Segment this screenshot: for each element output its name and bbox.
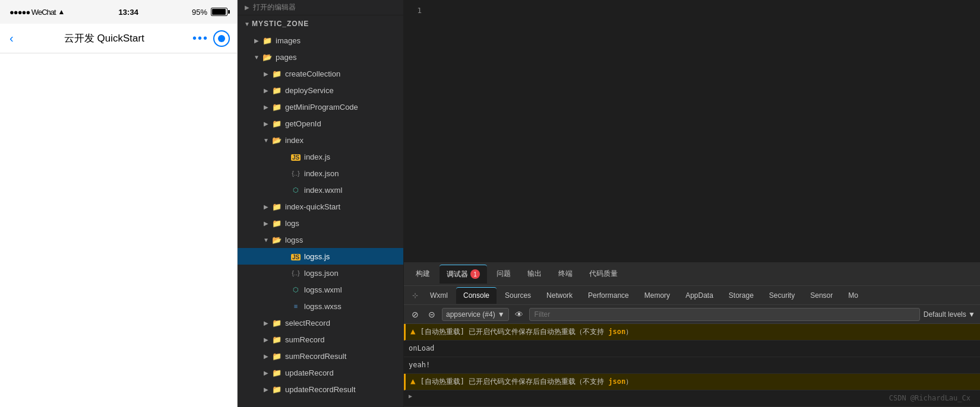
tree-item-index-quickstart[interactable]: ▶ 📁 index-quickStart — [238, 198, 403, 215]
folder-icon: 📁 — [261, 36, 273, 45]
devtools-inner-tabs: ⊹ Wxml Console Sources Network Performan… — [404, 286, 980, 305]
js-icon: JS — [290, 152, 302, 161]
tree-item-logs[interactable]: ▶ 📁 logs — [238, 215, 403, 231]
inner-tab-network[interactable]: Network — [539, 287, 580, 304]
wxss-icon: ≡ — [290, 303, 302, 310]
file-name: index.wxml — [304, 186, 342, 195]
console-line: yeah! — [404, 357, 980, 374]
folder-arrow-icon: ▶ — [261, 120, 271, 127]
inner-tab-security[interactable]: Security — [762, 287, 802, 304]
inner-tab-storage[interactable]: Storage — [722, 287, 761, 304]
tree-item-getminiprogramcode[interactable]: ▶ 📁 getMiniProgramCode — [238, 98, 403, 115]
inner-tab-sources[interactable]: Sources — [498, 287, 538, 304]
tree-item-index-js[interactable]: ▶ JS index.js — [238, 148, 403, 165]
folder-icon: 📁 — [271, 219, 283, 228]
tab-label: Wxml — [430, 291, 448, 300]
file-name: logss — [285, 236, 303, 244]
inner-tab-more[interactable]: Mo — [841, 287, 865, 304]
wxml-icon: ⬡ — [290, 286, 302, 294]
open-files-section[interactable]: ▶ 打开的编辑器 — [238, 0, 403, 15]
tree-item-logss[interactable]: ▼ 📂 logss — [238, 231, 403, 248]
folder-arrow-icon: ▶ — [261, 220, 271, 227]
tab-label: 代码质量 — [589, 269, 618, 279]
arrow-icon: ▶ — [245, 4, 249, 11]
tree-item-logss-wxml[interactable]: ▶ ⬡ logss.wxml — [238, 281, 403, 298]
tab-build[interactable]: 构建 — [409, 265, 437, 284]
levels-dropdown[interactable]: Default levels ▼ — [924, 310, 975, 319]
inner-tab-console[interactable]: Console — [456, 287, 497, 304]
record-button[interactable] — [213, 30, 230, 47]
carrier-dots: ●●●●● WeChat — [10, 8, 56, 17]
tab-terminal[interactable]: 终端 — [551, 265, 580, 284]
phone-content — [0, 53, 237, 407]
tree-item-index[interactable]: ▼ 📂 index — [238, 132, 403, 148]
tab-debugger[interactable]: 调试器 1 — [440, 265, 487, 284]
appservice-label: appservice (#4) — [446, 310, 495, 319]
file-name: images — [276, 36, 301, 45]
inner-tab-appdata[interactable]: AppData — [678, 287, 720, 304]
filter-input[interactable] — [529, 308, 920, 321]
console-output: ▲ [自动热重载] 已开启代码文件保存后自动热重载（不支持 json） onLo… — [404, 324, 980, 407]
inner-tab-memory[interactable]: Memory — [637, 287, 677, 304]
tab-output[interactable]: 输出 — [520, 265, 549, 284]
folder-icon: 📁 — [271, 335, 283, 344]
console-text: onLoad — [409, 343, 975, 354]
file-name: logss.json — [304, 269, 339, 278]
battery-pct: 95% — [192, 8, 207, 17]
tree-item-logss-wxss[interactable]: ▶ ≡ logss.wxss — [238, 298, 403, 314]
console-line: ▲ [自动热重载] 已开启代码文件保存后自动热重载（不支持 json） — [404, 374, 980, 390]
folder-arrow-icon: ▼ — [261, 237, 271, 243]
cursor-tool-button[interactable]: ⊹ — [409, 289, 422, 302]
tree-item-logss-json[interactable]: ▶ {..} logss.json — [238, 265, 403, 281]
tree-item-sumrecord[interactable]: ▶ 📁 sumRecord — [238, 331, 403, 348]
tab-label: 输出 — [527, 269, 542, 279]
tree-item-images[interactable]: ▶ 📁 images — [238, 32, 403, 49]
wxml-icon: ⬡ — [290, 186, 302, 194]
folder-icon: 📁 — [271, 69, 283, 78]
folder-arrow-icon: ▶ — [261, 71, 271, 77]
tree-item-deployservice[interactable]: ▶ 📁 deployService — [238, 82, 403, 98]
wifi-icon: ▲ — [58, 8, 65, 16]
open-files-label: 打开的编辑器 — [253, 2, 296, 12]
eye-button[interactable]: 👁 — [513, 308, 526, 321]
file-name: index-quickStart — [285, 202, 340, 211]
clear-console-button[interactable]: ⊘ — [409, 308, 422, 321]
tree-item-logss-js[interactable]: ▶ JS logss.js — [238, 248, 403, 265]
inner-tab-wxml[interactable]: Wxml — [423, 287, 455, 304]
folder-arrow-icon: ▼ — [252, 54, 261, 61]
devtools-panel: 构建 调试器 1 问题 输出 终端 代码质量 ⊹ Wxml — [404, 262, 980, 407]
file-name: deployService — [285, 86, 334, 95]
tab-codequality[interactable]: 代码质量 — [582, 265, 625, 284]
code-editor: 1 — [404, 0, 980, 262]
watermark: CSDN @RichardLau_Cx — [889, 394, 970, 402]
json-keyword: json — [608, 377, 625, 386]
tree-item-getopenid[interactable]: ▶ 📁 getOpenId — [238, 115, 403, 132]
block-button[interactable]: ⊝ — [425, 308, 438, 321]
tree-item-index-json[interactable]: ▶ {..} index.json — [238, 165, 403, 182]
tree-item-createcollection[interactable]: ▶ 📁 createCollection — [238, 65, 403, 82]
record-inner — [218, 35, 225, 42]
tree-item-selectrecord[interactable]: ▶ 📁 selectRecord — [238, 314, 403, 331]
console-toolbar: ⊘ ⊝ appservice (#4) ▼ 👁 Default levels ▼ — [404, 305, 980, 324]
tree-item-pages[interactable]: ▼ 📂 pages — [238, 49, 403, 65]
nav-dots-button[interactable]: ••• — [192, 31, 208, 45]
tab-label: Sensor — [810, 291, 833, 300]
status-bar: ●●●●● WeChat ▲ 13:34 95% — [0, 0, 237, 24]
tree-item-sumrecordresult[interactable]: ▶ 📁 sumRecordResult — [238, 348, 403, 364]
inner-tab-performance[interactable]: Performance — [581, 287, 636, 304]
status-right: 95% — [192, 8, 227, 17]
tab-label: Sources — [505, 291, 531, 300]
tree-item-index-wxml[interactable]: ▶ ⬡ index.wxml — [238, 182, 403, 198]
dropdown-arrow-icon: ▼ — [498, 310, 505, 319]
tab-label: Security — [769, 291, 795, 300]
back-button[interactable]: ‹ — [7, 29, 16, 47]
tree-root[interactable]: ▼ MYSTIC_ZONE — [238, 15, 403, 32]
tree-item-updaterecordresult[interactable]: ▶ 📁 updateRecordResult — [238, 381, 403, 398]
tree-item-updaterecord[interactable]: ▶ 📁 updateRecord — [238, 364, 403, 381]
inner-tab-sensor[interactable]: Sensor — [803, 287, 840, 304]
appservice-selector[interactable]: appservice (#4) ▼ — [442, 308, 509, 321]
tab-issues[interactable]: 问题 — [489, 265, 518, 284]
battery-icon — [211, 8, 227, 16]
root-label: MYSTIC_ZONE — [252, 20, 309, 28]
folder-arrow-icon: ▼ — [261, 137, 271, 144]
